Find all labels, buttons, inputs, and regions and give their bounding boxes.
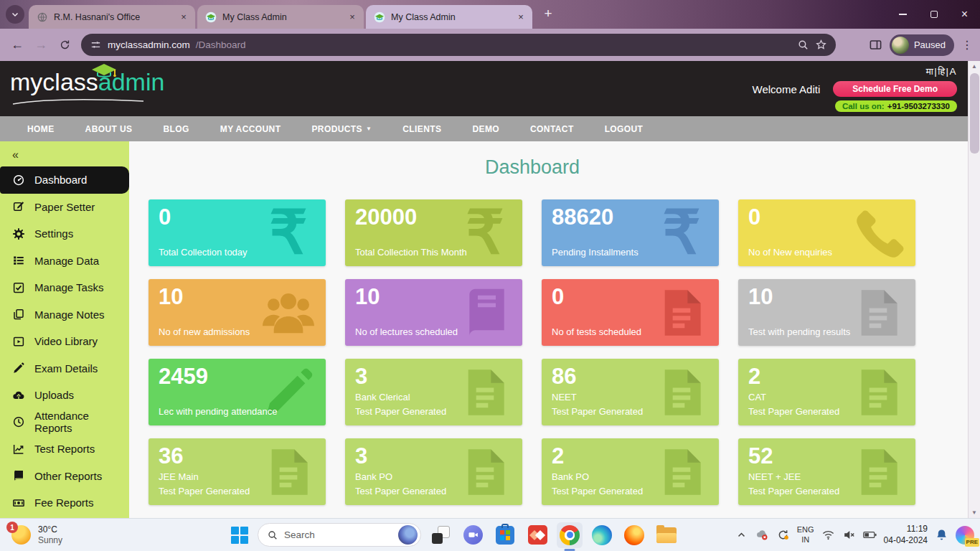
new-tab-button[interactable]: + — [539, 4, 557, 23]
sidebar-collapse-icon[interactable]: « — [12, 149, 129, 161]
card-no-of-new-enquiries[interactable]: 0 No of New enquiries — [738, 199, 915, 266]
sidebar-item-settings[interactable]: Settings — [0, 220, 129, 248]
tabs: R.M. Hasnani's Office × My Class Admin ×… — [29, 5, 534, 29]
taskbar-app-store-icon[interactable] — [492, 522, 518, 548]
nav-item-contact[interactable]: CONTACT — [530, 124, 574, 134]
taskbar-app-red-diamond-app-icon[interactable] — [524, 522, 550, 548]
sidebar-item-exam-details[interactable]: Exam Details — [0, 355, 129, 382]
forward-button[interactable]: → — [31, 35, 51, 55]
card-no-of-new-admissions[interactable]: 10 No of new admissions — [149, 279, 326, 346]
nav-item-logout[interactable]: LOGOUT — [605, 124, 644, 134]
address-bar[interactable]: myclassadmin.com/Dashboard — [81, 34, 836, 56]
update-available-icon[interactable] — [776, 528, 790, 542]
tab-close-icon[interactable]: × — [515, 11, 527, 23]
sync-error-icon[interactable] — [755, 528, 769, 542]
taskbar-app-task-view-icon[interactable] — [428, 522, 453, 548]
site-logo[interactable]: myclassadmin — [10, 69, 161, 95]
card-value: 20000 — [355, 205, 512, 230]
card-cat[interactable]: 2 CAT Test Paper Generated — [738, 359, 915, 425]
card-no-of-tests-scheduled[interactable]: 0 No of tests scheduled — [542, 279, 719, 346]
sidebar-item-attendance-reports[interactable]: Attendance Reports — [0, 409, 129, 436]
maximize-button[interactable] — [918, 0, 949, 29]
tab-search-button[interactable] — [6, 5, 24, 24]
sidebar-item-dashboard[interactable]: Dashboard — [0, 166, 129, 194]
tab-close-icon[interactable]: × — [178, 11, 189, 23]
sidebar-item-video-library[interactable]: Video Library — [0, 328, 129, 355]
bookmark-star-icon[interactable] — [815, 39, 827, 51]
taskbar-app-file-explorer-icon[interactable] — [654, 522, 679, 548]
call-us-badge[interactable]: Call us on: +91-9503273330 — [835, 100, 957, 112]
sidebar: « Dashboard Paper Setter Sett — [0, 141, 129, 518]
language-indicator[interactable]: ENG IN — [797, 525, 814, 544]
search-daily-image[interactable] — [398, 525, 418, 545]
card-bank-clerical[interactable]: 3 Bank Clerical Test Paper Generated — [345, 359, 522, 425]
card-lec-with-pending-attendance[interactable]: 2459 Lec with pending attendance — [149, 359, 326, 425]
card-no-of-lectures-scheduled[interactable]: 10 No of lectures scheduled — [345, 279, 522, 346]
sidebar-item-fee-reports[interactable]: Fee Reports — [0, 489, 129, 517]
card-total-collection-today[interactable]: 0 Total Collection today ₹ — [149, 199, 326, 266]
nav-item-products[interactable]: PRODUCTS▼ — [311, 124, 372, 134]
taskbar-app-firefox-icon[interactable] — [621, 522, 647, 548]
back-button[interactable]: ← — [7, 35, 27, 55]
side-panel-icon[interactable] — [869, 38, 882, 52]
wifi-icon[interactable] — [821, 528, 835, 542]
taskbar-app-chat-icon[interactable] — [460, 522, 486, 548]
card-bank-po[interactable]: 2 Bank PO Test Paper Generated — [542, 438, 719, 505]
profile-button[interactable]: Paused — [890, 34, 954, 56]
nav-item-about-us[interactable]: ABOUT US — [85, 124, 133, 134]
sidebar-item-manage-notes[interactable]: Manage Notes — [0, 301, 129, 329]
browser-menu-icon[interactable]: ⋮ — [961, 38, 973, 52]
battery-icon[interactable] — [863, 528, 877, 542]
tab-r-m-hasnani-s-office[interactable]: R.M. Hasnani's Office × — [29, 5, 195, 29]
taskbar-apps — [428, 522, 679, 548]
schedule-demo-button[interactable]: Schedule Free Demo — [833, 81, 957, 97]
card-bank-po[interactable]: 3 Bank PO Test Paper Generated — [345, 438, 522, 505]
site-settings-icon[interactable] — [90, 39, 102, 51]
tab-my-class-admin[interactable]: My Class Admin × — [366, 5, 532, 29]
tab-my-class-admin[interactable]: My Class Admin × — [197, 5, 364, 29]
close-button[interactable]: × — [949, 0, 980, 29]
nav-item-demo[interactable]: DEMO — [472, 124, 499, 134]
clock-display[interactable]: 11:19 04-04-2024 — [884, 524, 928, 546]
tab-close-icon[interactable]: × — [347, 11, 358, 23]
sidebar-item-manage-tasks[interactable]: Manage Tasks — [0, 274, 129, 301]
weather-widget[interactable]: 1 30°C Sunny — [7, 519, 67, 551]
edit-square-icon — [12, 200, 25, 213]
card-test-with-pending-results[interactable]: 10 Test with pending results — [738, 279, 915, 346]
sidebar-item-label: Manage Notes — [34, 309, 105, 321]
scrollbar-thumb[interactable] — [970, 73, 979, 154]
nav-item-clients[interactable]: CLIENTS — [402, 124, 441, 134]
card-value: 86 — [552, 364, 709, 389]
browser-toolbar: ← → myclassadmin.com/Dashboard Paus — [0, 29, 980, 61]
taskbar-app-edge-icon[interactable] — [589, 522, 615, 548]
hidden-icons-chevron-icon[interactable] — [735, 528, 748, 542]
language-switcher[interactable]: मा|हि|A — [926, 66, 957, 77]
card-neet-jee[interactable]: 52 NEET + JEE Test Paper Generated — [738, 438, 915, 505]
taskbar-search[interactable]: Search — [258, 523, 421, 547]
card-jee-main[interactable]: 36 JEE Main Test Paper Generated — [149, 438, 326, 505]
sidebar-item-paper-setter[interactable]: Paper Setter — [0, 194, 129, 221]
taskbar-app-chrome-icon[interactable] — [557, 522, 583, 548]
card-pending-installments[interactable]: 88620 Pending Installments ₹ — [542, 199, 719, 266]
volume-muted-icon[interactable] — [842, 528, 856, 542]
sidebar-item-test-reports[interactable]: Test Reports — [0, 435, 129, 463]
search-icon[interactable] — [797, 39, 809, 51]
copilot-icon[interactable]: PRE — [956, 526, 974, 545]
card-total-collection-this-month[interactable]: 20000 Total Collection This Month ₹ — [345, 199, 522, 266]
card-neet[interactable]: 86 NEET Test Paper Generated — [542, 359, 719, 425]
sidebar-item-manage-data[interactable]: Manage Data — [0, 248, 129, 275]
sidebar-item-other-reports[interactable]: Other Reports — [0, 463, 129, 490]
scroll-up-icon[interactable]: ▲ — [969, 61, 980, 72]
scroll-down-icon[interactable]: ▼ — [969, 507, 980, 518]
start-button[interactable] — [228, 523, 251, 547]
minimize-button[interactable] — [887, 0, 918, 29]
nav-item-my-account[interactable]: MY ACCOUNT — [220, 124, 281, 134]
page-scrollbar[interactable]: ▲ ▼ — [968, 61, 980, 518]
store-icon — [496, 526, 514, 545]
sidebar-item-uploads[interactable]: Uploads — [0, 382, 129, 409]
nav-item-blog[interactable]: BLOG — [163, 124, 189, 134]
notification-bell-icon[interactable] — [935, 528, 948, 542]
card-sublabel: Test Paper Generated — [355, 484, 512, 499]
nav-item-home[interactable]: HOME — [27, 124, 55, 134]
reload-button[interactable] — [55, 35, 75, 55]
